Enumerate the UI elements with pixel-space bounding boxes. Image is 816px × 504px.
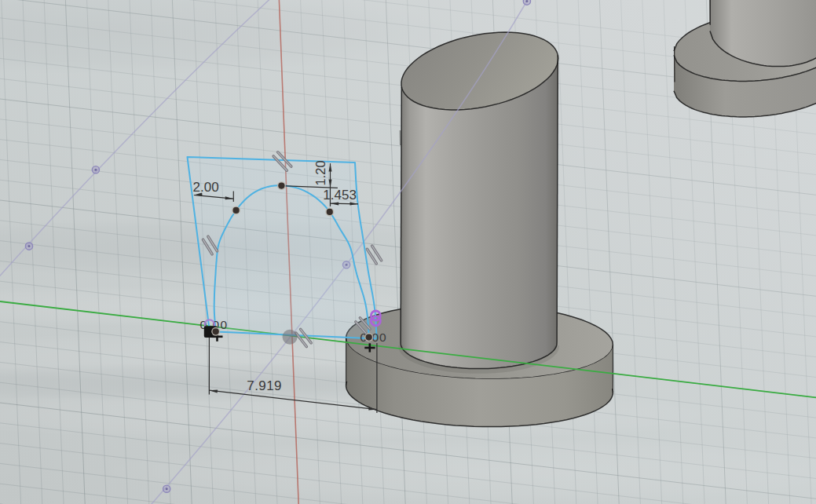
svg-text:2.00: 2.00 <box>193 180 219 195</box>
svg-text:1.453: 1.453 <box>323 188 357 203</box>
svg-text:1.20: 1.20 <box>313 160 327 185</box>
svg-text:7.919: 7.919 <box>247 378 282 393</box>
svg-text:0.00: 0.00 <box>360 331 387 344</box>
